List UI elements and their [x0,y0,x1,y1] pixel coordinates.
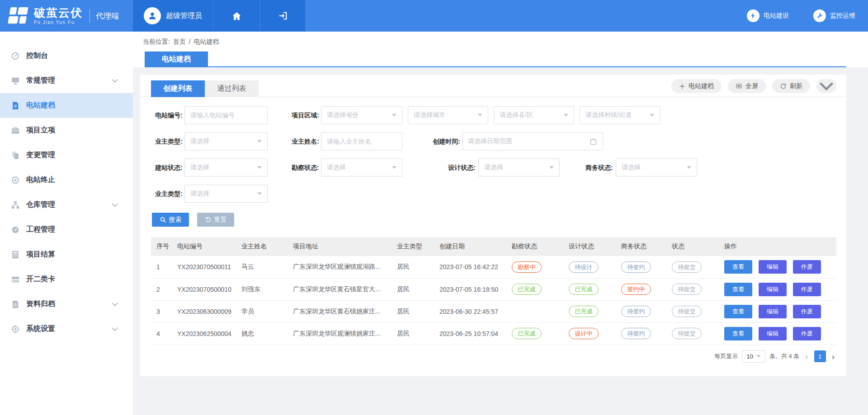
placeholder-text: 请选择省份 [327,111,359,119]
home-icon [231,11,242,21]
edit-button[interactable]: 编辑 [759,327,787,340]
filter-label-province: 项目区域: [286,106,319,124]
sidebar-item-engineering-management[interactable]: 工程管理 [0,217,133,242]
table-row: 4YX2023062500004姚忠广东深圳龙华区观澜镇姚家庄...居民2023… [151,322,836,345]
cell-design-status: 已完成 [563,300,616,322]
refresh-button[interactable]: 刷新 [772,79,810,93]
collapse-button[interactable] [816,79,836,93]
province-select[interactable]: 请选择省份 [321,106,402,124]
copy-icon [11,151,20,160]
column-header: 勘察状态 [506,237,563,256]
owner-type-2-select[interactable]: 请选择 [184,185,268,203]
sitemap-icon [11,201,20,210]
sidebar-item-label: 系统设置 [26,324,55,334]
stop-icon [11,176,20,185]
sidebar-item-station-termination[interactable]: 电站终止 [0,168,133,192]
logout-icon [278,11,288,21]
sidebar-item-warehouse-management[interactable]: 仓库管理 [0,192,133,217]
filter-label-survey-status: 勘察状态: [286,159,319,177]
cell-owner-type: 居民 [392,278,434,300]
reset-button[interactable]: 重置 [197,213,234,227]
column-header: 业主姓名 [236,237,288,256]
sidebar-item-general-management[interactable]: 常规管理 [0,68,133,93]
logout-button[interactable] [260,0,305,32]
table-container: 序号电站编号业主姓名项目地址业主类型创建日期勘察状态设计状态商务状态状态操作 1… [151,237,836,345]
breadcrumb-home-link[interactable]: 首页 [173,38,186,45]
filter-label-owner-type: 业主类型: [149,132,183,150]
sidebar-item-second-class-card[interactable]: 开二类卡 [0,267,133,292]
owner-type-select[interactable]: 请选择 [184,132,268,150]
sidebar-item-label: 常规管理 [26,76,55,85]
create-station-button[interactable]: 电站建档 [671,79,722,93]
filter-label-business-status: 商务状态: [580,159,613,177]
cell-actions: 查看编辑作废 [719,322,836,345]
village-select[interactable]: 请选择村镇/街道 [580,106,660,124]
user-name: 超级管理员 [166,11,202,21]
fullscreen-button[interactable]: 全屏 [728,79,766,93]
tab-create-list[interactable]: 创建列表 [151,80,205,97]
view-button[interactable]: 查看 [724,305,752,318]
prev-page-button[interactable]: ‹ [803,352,810,361]
void-button[interactable]: 作废 [793,260,821,274]
column-header: 创建日期 [434,237,506,256]
column-header: 商务状态 [616,237,666,256]
void-button[interactable]: 作废 [793,283,821,296]
cell-survey-status: 已完成 [506,278,563,300]
owner-name-input[interactable] [321,132,402,150]
column-header: 设计状态 [563,237,616,256]
sidebar-item-system-settings[interactable]: 系统设置 [0,317,133,341]
city-select[interactable]: 请选择城市 [408,106,488,124]
nav-item-station-construction[interactable]: 电站建设 [747,9,789,22]
user-section: 超级管理员 [133,0,305,32]
page-tab[interactable]: 电站建档 [145,51,208,67]
home-button[interactable] [213,0,260,32]
create-time-date-input[interactable]: 请选择日期范围 [462,132,603,150]
district-select[interactable]: 请选择县/区 [494,106,574,124]
per-page-label: 每页显示 [714,352,738,360]
sidebar-item-project-initiation[interactable]: 项目立项 [0,118,133,143]
edit-button[interactable]: 编辑 [759,260,787,274]
void-button[interactable]: 作废 [793,305,821,318]
table-header-row: 序号电站编号业主姓名项目地址业主类型创建日期勘察状态设计状态商务状态状态操作 [151,237,836,256]
breadcrumb-current: 电站建档 [193,38,219,45]
chevron-down-icon [110,76,119,85]
content-card: 创建列表通过列表 电站建档全屏刷新 电站编号:项目区域:请选择省份请选择城市请选… [140,75,846,376]
sidebar-item-project-settlement[interactable]: 项目结算 [0,242,133,267]
caret-down-icon [549,166,554,169]
briefcase-icon [11,126,20,135]
next-page-button[interactable]: › [830,352,836,361]
placeholder-text: 请选择 [190,137,209,145]
user-menu[interactable]: 超级管理员 [133,0,213,32]
search-button[interactable]: 搜索 [152,213,189,227]
build-status-select[interactable]: 请选择 [184,159,268,177]
cell-seq: 4 [151,322,172,345]
sidebar-item-station-archive[interactable]: 电站建档 [0,93,133,118]
sidebar-item-data-archive[interactable]: 资料归档 [0,292,133,317]
view-button[interactable]: 查看 [724,283,752,296]
nav-item-label: 监控运维 [830,12,855,20]
view-button[interactable]: 查看 [724,260,752,274]
sidebar-item-label: 项目立项 [26,126,55,135]
per-page-select[interactable]: 10 [742,350,765,363]
nav-item-monitor-operation[interactable]: 监控运维 [813,9,855,22]
sidebar-item-console[interactable]: 控制台 [0,43,133,68]
edit-button[interactable]: 编辑 [759,305,787,318]
business-status-select[interactable]: 请选择 [616,159,697,177]
design-status-select[interactable]: 请选择 [478,159,560,177]
caret-down-icon [478,114,482,117]
tab-passed-list[interactable]: 通过列表 [205,80,259,97]
page: 破茧云伏 Po Jian Yun Fu 代理端 超级管理员 [0,0,868,415]
survey-status-select[interactable]: 请选择 [321,159,402,177]
edit-button[interactable]: 编辑 [759,283,787,296]
view-button[interactable]: 查看 [724,327,752,340]
total-count: 共 4 条 [781,352,799,360]
page-1-button[interactable]: 1 [814,350,826,362]
portal-label: 代理端 [96,11,119,21]
sidebar-item-change-management[interactable]: 变更管理 [0,143,133,168]
cell-seq: 3 [151,300,172,322]
placeholder-text: 请选择 [190,163,209,172]
station-no-input[interactable] [184,106,268,124]
card-header: 创建列表通过列表 电站建档全屏刷新 [140,75,846,97]
void-button[interactable]: 作废 [793,327,821,340]
column-header: 操作 [719,237,836,256]
